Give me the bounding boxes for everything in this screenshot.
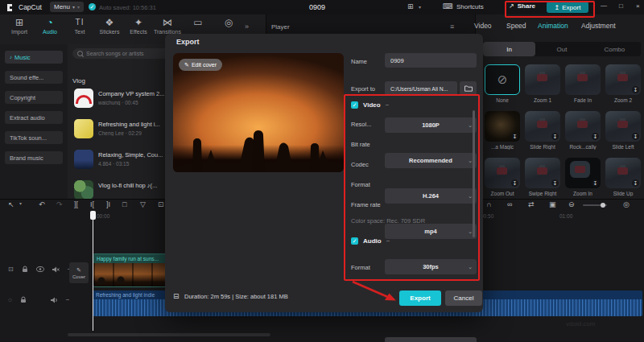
audio-format-dropdown[interactable]: MP3 ⌄ (385, 337, 477, 342)
redo-icon[interactable]: ↷ (56, 200, 63, 208)
split-left-icon[interactable]: I[ (90, 200, 94, 208)
song-meta: Cheng Lee · 02:29 (98, 130, 171, 136)
project-title: 0909 (309, 3, 325, 11)
preset-thumbnail: ↧ (605, 64, 641, 95)
cover-silhouettes (173, 124, 344, 172)
tab-adjustment[interactable]: Adjustment (581, 22, 616, 30)
shortcuts-button[interactable]: ⌨ Shortcuts (443, 2, 484, 10)
tab-transitions[interactable]: ⋈ Transitions (152, 18, 183, 35)
name-input[interactable] (385, 53, 477, 68)
undo-icon[interactable]: ↶ (39, 200, 45, 208)
preset-item[interactable]: ↧ Zoom Out (485, 158, 520, 199)
zoom-out-icon[interactable]: ⊖ (568, 200, 575, 208)
segment-out[interactable]: Out (535, 42, 588, 56)
eye-icon[interactable] (36, 266, 44, 272)
select-tool-icon[interactable]: ↖ (8, 200, 14, 208)
track-type-icon: ⊡ (8, 266, 14, 273)
timeline-zoom-slider[interactable] (583, 204, 607, 206)
crop-icon[interactable]: ⊡ (158, 200, 164, 208)
sidebar-item-brand-music[interactable]: Brand music (5, 151, 63, 164)
tab-filters[interactable]: ◎ (213, 18, 244, 29)
delete-icon[interactable]: □ (122, 200, 126, 208)
annotation-box-settings (344, 94, 480, 281)
audio-icon: ◔ (47, 18, 52, 27)
minimize-button[interactable]: — (601, 2, 607, 9)
layout-icon[interactable]: ⊞ (407, 2, 414, 10)
link-icon[interactable]: ∞ (507, 200, 512, 208)
tab-import[interactable]: ⊞ Import (4, 18, 35, 35)
split-icon[interactable]: ][ (74, 200, 78, 208)
watermark: vdoid.com (566, 320, 595, 328)
more-tabs-icon[interactable]: » (245, 23, 249, 31)
split-right-icon[interactable]: ]I (106, 200, 110, 208)
chevron-down-icon: ▾ (72, 4, 75, 10)
speaker-icon[interactable] (51, 297, 58, 303)
tab-audio[interactable]: ◔ Audio (35, 18, 65, 35)
autosave-check-icon: ✓ (89, 3, 96, 10)
timeline-scrollbar[interactable] (68, 333, 270, 336)
chevron-down-icon[interactable]: ▾ (19, 200, 22, 206)
track-type-icon: ◌ (8, 296, 12, 303)
preset-item[interactable]: Fade In (565, 64, 601, 105)
sidebar-item-copyright[interactable]: Copyright (5, 91, 63, 104)
close-button[interactable]: × (636, 2, 640, 10)
tab-effects[interactable]: ✦ Effects (123, 18, 154, 35)
preset-none[interactable]: ⊘ None (485, 64, 520, 105)
mask-icon[interactable]: ▽ (140, 200, 146, 208)
player-menu-icon[interactable]: ≡ (450, 23, 454, 31)
tab-stickers[interactable]: ❖ Stickers (94, 18, 125, 35)
preset-item[interactable]: ↧ ...a Magic (485, 111, 520, 152)
tab-captions[interactable]: ▭ (183, 18, 213, 29)
track-more-icon[interactable]: − (66, 296, 70, 303)
segment-combo[interactable]: Combo (588, 42, 641, 56)
edit-cover-button[interactable]: ✎ Edit cover (179, 59, 222, 71)
sidebar-item-tiktok-sounds[interactable]: TikTok soun... (5, 131, 63, 144)
player-title: Player (271, 23, 290, 31)
sidebar-item-music[interactable]: ♪ Music (5, 51, 63, 64)
preset-label: Swipe Right (523, 191, 562, 196)
tab-animation[interactable]: Animation (538, 22, 568, 30)
preset-item[interactable]: ↧ Swipe Right (525, 158, 560, 199)
tab-text[interactable]: TI Text (64, 18, 95, 35)
download-icon: ↧ (551, 179, 559, 187)
preset-item[interactable]: ↧ Slide Right (525, 111, 560, 152)
dialog-title: Export (176, 38, 200, 46)
playhead-handle[interactable] (90, 211, 96, 220)
preset-item[interactable]: Zoom 1 (525, 64, 560, 105)
preset-label: None (483, 97, 522, 103)
slider-handle[interactable] (601, 203, 605, 208)
maximize-button[interactable]: □ (619, 2, 623, 10)
chevron-down-icon[interactable]: ▾ (419, 4, 421, 10)
preset-item[interactable]: ↧ Zoom 2 (605, 64, 641, 105)
export-confirm-button[interactable]: Export (399, 290, 441, 306)
tab-video[interactable]: Video (474, 22, 492, 30)
preset-label: ...a Magic (483, 144, 522, 150)
menu-button[interactable]: Menu ▾ ▾ (50, 2, 84, 12)
magnet-icon[interactable]: ∩ (486, 200, 491, 208)
sidebar-item-sound-effects[interactable]: Sound effe... (5, 71, 63, 84)
cancel-button[interactable]: Cancel (445, 290, 482, 306)
preset-item[interactable]: ↧ Rock...cally (565, 111, 601, 152)
disk-icon: ⊟ (173, 292, 180, 300)
preset-item[interactable]: ↧ Slide Up (605, 158, 641, 199)
tab-label: Stickers (100, 29, 120, 35)
playhead-line[interactable] (93, 212, 93, 331)
sidebar-item-label: Brand music (10, 155, 43, 162)
preset-item[interactable]: ↧ Slide Left (605, 111, 641, 152)
mirror-icon[interactable]: ⇄ (528, 200, 535, 208)
lock-icon[interactable] (20, 296, 27, 303)
fit-timeline-icon[interactable]: ◎ (623, 200, 630, 208)
sidebar-item-extract-audio[interactable]: Extract audio (5, 111, 63, 124)
song-meta: 4.864 · 03:15 (98, 161, 171, 167)
preset-item[interactable]: ↧ Zoom In (565, 158, 601, 199)
preset-thumbnail: ↧ (565, 158, 601, 188)
section-title: Vlog (72, 77, 85, 84)
segment-in[interactable]: In (483, 42, 535, 56)
lock-icon[interactable] (22, 266, 28, 273)
search-placeholder: Search songs or artists (86, 51, 144, 56)
cover-button[interactable]: ✎ Cover (69, 262, 89, 283)
mute-icon[interactable] (52, 266, 60, 273)
effects-icon: ✦ (134, 18, 142, 27)
preview-axis-icon[interactable]: ▣ (549, 200, 556, 208)
tab-speed[interactable]: Speed (506, 22, 526, 30)
